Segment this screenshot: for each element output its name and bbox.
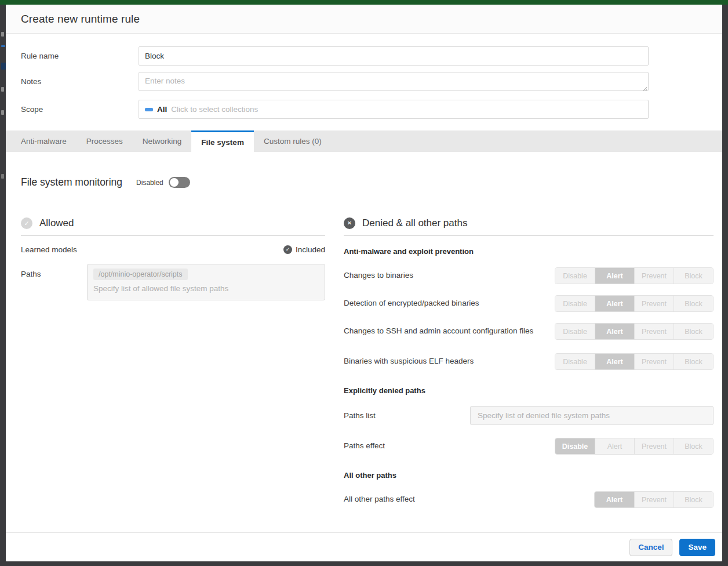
file-system-monitoring-toggle[interactable] <box>169 177 190 188</box>
create-runtime-rule-dialog: Create new runtime rule Rule name Notes … <box>6 5 722 561</box>
effect-disable-button[interactable]: Disable <box>555 324 595 339</box>
scope-label: Scope <box>21 105 139 114</box>
allowed-paths-input[interactable]: /opt/minio-operator/scripts Specify list… <box>87 264 325 300</box>
denied-section: ✕ Denied & all other paths Anti-malware … <box>344 217 714 508</box>
effect-disable-button[interactable]: Disable <box>555 296 595 311</box>
tab-file-system[interactable]: File system <box>191 130 254 152</box>
collection-color-swatch-icon <box>145 108 153 111</box>
tab-networking[interactable]: Networking <box>133 130 192 152</box>
notes-input[interactable] <box>139 72 649 91</box>
dialog-title: Create new runtime rule <box>21 13 140 26</box>
encrypted-binaries-label: Detection of encrypted/packed binaries <box>344 297 479 310</box>
notes-row: Notes <box>21 72 722 93</box>
notes-label: Notes <box>21 72 139 86</box>
denied-section-header: ✕ Denied & all other paths <box>344 217 714 236</box>
column-gap <box>325 217 344 508</box>
scope-placeholder: Click to select collections <box>171 105 258 114</box>
effect-disable-button[interactable]: Disable <box>555 268 595 284</box>
effect-disable-button[interactable]: Disable <box>555 438 595 454</box>
scope-row: Scope All Click to select collections <box>21 100 722 119</box>
allowed-check-icon: ✓ <box>21 217 32 229</box>
app-background: Create new runtime rule Rule name Notes … <box>0 0 728 566</box>
rule-name-row: Rule name <box>21 46 722 66</box>
effect-alert-button[interactable]: Alert <box>595 296 634 311</box>
scope-selected-collection: All <box>157 105 167 114</box>
included-check-icon: ✓ <box>283 245 292 254</box>
background-page-fragment <box>1 174 4 179</box>
effect-disable-button[interactable]: Disable <box>555 354 595 369</box>
background-page-fragment <box>1 63 6 70</box>
file-system-monitoring-title: File system monitoring <box>21 176 122 188</box>
effect-block-button[interactable]: Block <box>674 268 713 284</box>
monitoring-state-label: Disabled <box>136 179 163 187</box>
denied-section-title: Denied & all other paths <box>362 217 467 229</box>
changes-to-binaries-effect-group: Disable Alert Prevent Block <box>555 267 714 284</box>
all-other-paths-effect-row: All other paths effect Alert Prevent Blo… <box>344 491 714 508</box>
file-system-columns: ✓ Allowed Learned models ✓ Included Path… <box>6 217 722 508</box>
denied-paths-effect-group: Disable Alert Prevent Block <box>555 438 714 455</box>
effect-alert-button[interactable]: Alert <box>595 324 634 339</box>
dialog-header: Create new runtime rule <box>6 5 722 34</box>
suspicious-elf-effect-group: Disable Alert Prevent Block <box>555 353 714 370</box>
changes-to-binaries-label: Changes to binaries <box>344 270 413 282</box>
rule-tabs: Anti-malware Processes Networking File s… <box>6 130 722 152</box>
tab-processes[interactable]: Processes <box>77 130 133 152</box>
effect-alert-button[interactable]: Alert <box>595 438 634 454</box>
effect-block-button[interactable]: Block <box>674 438 713 454</box>
all-other-paths-effect-group: Alert Prevent Block <box>594 491 714 508</box>
rule-name-input[interactable] <box>139 46 649 66</box>
effect-block-button[interactable]: Block <box>674 492 713 507</box>
rule-name-label: Rule name <box>21 52 139 60</box>
effect-prevent-button[interactable]: Prevent <box>634 296 674 311</box>
allowed-paths-label: Paths <box>21 264 87 278</box>
dialog-footer: Cancel Save <box>6 532 722 561</box>
learned-models-status: ✓ Included <box>283 245 325 254</box>
denied-paths-list-row: Paths list <box>344 406 714 425</box>
effect-prevent-button[interactable]: Prevent <box>634 492 674 507</box>
effect-prevent-button[interactable]: Prevent <box>634 438 674 454</box>
denied-paths-effect-row: Paths effect Disable Alert Prevent Block <box>344 438 714 455</box>
changes-to-binaries-row: Changes to binaries Disable Alert Preven… <box>344 267 714 284</box>
allowed-paths-placeholder: Specify list of allowed file system path… <box>93 284 319 293</box>
dialog-body: Rule name Notes Scope All Click to se <box>6 34 722 532</box>
tab-custom-rules[interactable]: Custom rules (0) <box>254 130 332 152</box>
allowed-section-header: ✓ Allowed <box>21 217 325 236</box>
denied-paths-effect-label: Paths effect <box>344 440 385 452</box>
included-label: Included <box>296 245 325 254</box>
suspicious-elf-headers-label: Binaries with suspicious ELF headers <box>344 355 474 368</box>
effect-alert-button[interactable]: Alert <box>595 268 634 284</box>
ssh-admin-config-label: Changes to SSH and admin account configu… <box>344 325 533 338</box>
denied-paths-list-label: Paths list <box>344 411 470 420</box>
effect-block-button[interactable]: Block <box>674 324 713 339</box>
tab-anti-malware[interactable]: Anti-malware <box>11 130 77 152</box>
all-other-paths-effect-label: All other paths effect <box>344 494 415 506</box>
scope-collections-picker[interactable]: All Click to select collections <box>139 100 649 119</box>
suspicious-elf-headers-row: Binaries with suspicious ELF headers Dis… <box>344 353 714 370</box>
effect-prevent-button[interactable]: Prevent <box>634 324 674 339</box>
background-page-fragment <box>1 110 4 115</box>
background-top-bar <box>0 0 728 5</box>
allowed-path-chip: /opt/minio-operator/scripts <box>93 269 188 280</box>
all-other-paths-subheading: All other paths <box>344 471 714 480</box>
toggle-knob-icon <box>170 178 179 187</box>
effect-block-button[interactable]: Block <box>674 354 713 369</box>
file-system-monitoring-header: File system monitoring Disabled <box>21 176 722 188</box>
save-button[interactable]: Save <box>679 539 715 556</box>
cancel-button[interactable]: Cancel <box>629 539 672 556</box>
background-page-fragment <box>1 32 4 37</box>
effect-block-button[interactable]: Block <box>674 296 713 311</box>
ssh-admin-config-effect-group: Disable Alert Prevent Block <box>555 323 714 340</box>
encrypted-binaries-effect-group: Disable Alert Prevent Block <box>555 295 714 312</box>
effect-prevent-button[interactable]: Prevent <box>634 354 674 369</box>
effect-prevent-button[interactable]: Prevent <box>634 268 674 284</box>
denied-paths-list-input[interactable] <box>470 406 714 425</box>
allowed-paths-row: Paths /opt/minio-operator/scripts Specif… <box>21 264 325 300</box>
rule-meta-form: Rule name Notes Scope All Click to se <box>6 34 722 119</box>
effect-alert-button[interactable]: Alert <box>595 492 634 507</box>
learned-models-label: Learned models <box>21 245 77 254</box>
anti-malware-subheading: Anti-malware and exploit prevention <box>344 247 714 256</box>
background-page-fragment <box>1 87 4 92</box>
effect-alert-button[interactable]: Alert <box>595 354 634 369</box>
learned-models-row: Learned models ✓ Included <box>21 245 325 254</box>
ssh-admin-config-row: Changes to SSH and admin account configu… <box>344 323 714 340</box>
